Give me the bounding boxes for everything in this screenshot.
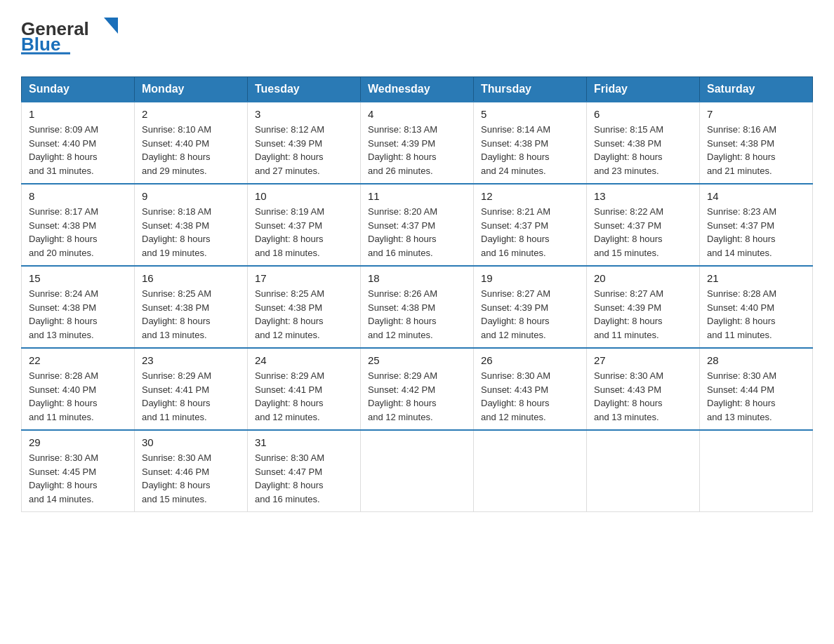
day-info: Sunrise: 8:16 AMSunset: 4:38 PMDaylight:… [707, 123, 805, 177]
day-number: 27 [594, 354, 692, 366]
day-number: 25 [368, 354, 466, 366]
calendar-week-row: 1Sunrise: 8:09 AMSunset: 4:40 PMDaylight… [22, 102, 813, 184]
day-number: 22 [29, 354, 127, 366]
table-row: 16Sunrise: 8:25 AMSunset: 4:38 PMDayligh… [135, 266, 248, 348]
header-sunday: Sunday [22, 77, 135, 102]
table-row: 26Sunrise: 8:30 AMSunset: 4:43 PMDayligh… [474, 348, 587, 430]
table-row: 13Sunrise: 8:22 AMSunset: 4:37 PMDayligh… [587, 184, 700, 266]
day-info: Sunrise: 8:25 AMSunset: 4:38 PMDaylight:… [142, 287, 240, 342]
table-row: 25Sunrise: 8:29 AMSunset: 4:42 PMDayligh… [361, 348, 474, 430]
table-row [700, 430, 813, 512]
table-row: 15Sunrise: 8:24 AMSunset: 4:38 PMDayligh… [22, 266, 135, 348]
day-info: Sunrise: 8:30 AMSunset: 4:46 PMDaylight:… [142, 451, 240, 506]
day-number: 26 [481, 354, 579, 366]
day-info: Sunrise: 8:12 AMSunset: 4:39 PMDaylight:… [255, 123, 353, 177]
day-number: 4 [368, 108, 466, 120]
day-info: Sunrise: 8:23 AMSunset: 4:37 PMDaylight:… [707, 205, 805, 260]
svg-text:Blue: Blue [21, 34, 60, 55]
day-number: 20 [594, 272, 692, 284]
day-info: Sunrise: 8:30 AMSunset: 4:47 PMDaylight:… [255, 451, 353, 506]
table-row: 24Sunrise: 8:29 AMSunset: 4:41 PMDayligh… [248, 348, 361, 430]
day-info: Sunrise: 8:13 AMSunset: 4:39 PMDaylight:… [368, 123, 466, 177]
day-number: 12 [481, 190, 579, 202]
day-info: Sunrise: 8:27 AMSunset: 4:39 PMDaylight:… [481, 287, 579, 342]
day-number: 1 [29, 108, 127, 120]
day-info: Sunrise: 8:25 AMSunset: 4:38 PMDaylight:… [255, 287, 353, 342]
day-info: Sunrise: 8:24 AMSunset: 4:38 PMDaylight:… [29, 287, 127, 342]
table-row: 22Sunrise: 8:28 AMSunset: 4:40 PMDayligh… [22, 348, 135, 430]
table-row: 10Sunrise: 8:19 AMSunset: 4:37 PMDayligh… [248, 184, 361, 266]
table-row: 17Sunrise: 8:25 AMSunset: 4:38 PMDayligh… [248, 266, 361, 348]
table-row [474, 430, 587, 512]
day-info: Sunrise: 8:19 AMSunset: 4:37 PMDaylight:… [255, 205, 353, 260]
day-number: 23 [142, 354, 240, 366]
table-row: 18Sunrise: 8:26 AMSunset: 4:38 PMDayligh… [361, 266, 474, 348]
day-number: 14 [707, 190, 805, 202]
table-row: 28Sunrise: 8:30 AMSunset: 4:44 PMDayligh… [700, 348, 813, 430]
day-info: Sunrise: 8:29 AMSunset: 4:41 PMDaylight:… [142, 369, 240, 424]
table-row: 20Sunrise: 8:27 AMSunset: 4:39 PMDayligh… [587, 266, 700, 348]
day-number: 15 [29, 272, 127, 284]
day-info: Sunrise: 8:30 AMSunset: 4:43 PMDaylight:… [481, 369, 579, 424]
header-wednesday: Wednesday [361, 77, 474, 102]
day-number: 8 [29, 190, 127, 202]
day-number: 16 [142, 272, 240, 284]
table-row: 2Sunrise: 8:10 AMSunset: 4:40 PMDaylight… [135, 102, 248, 184]
table-row: 8Sunrise: 8:17 AMSunset: 4:38 PMDaylight… [22, 184, 135, 266]
day-info: Sunrise: 8:30 AMSunset: 4:45 PMDaylight:… [29, 451, 127, 506]
day-info: Sunrise: 8:30 AMSunset: 4:44 PMDaylight:… [707, 369, 805, 424]
day-number: 3 [255, 108, 353, 120]
calendar-week-row: 8Sunrise: 8:17 AMSunset: 4:38 PMDaylight… [22, 184, 813, 266]
table-row: 31Sunrise: 8:30 AMSunset: 4:47 PMDayligh… [248, 430, 361, 512]
calendar-week-row: 15Sunrise: 8:24 AMSunset: 4:38 PMDayligh… [22, 266, 813, 348]
table-row: 30Sunrise: 8:30 AMSunset: 4:46 PMDayligh… [135, 430, 248, 512]
table-row: 1Sunrise: 8:09 AMSunset: 4:40 PMDaylight… [22, 102, 135, 184]
table-row: 19Sunrise: 8:27 AMSunset: 4:39 PMDayligh… [474, 266, 587, 348]
day-number: 31 [255, 436, 353, 448]
table-row: 23Sunrise: 8:29 AMSunset: 4:41 PMDayligh… [135, 348, 248, 430]
day-info: Sunrise: 8:26 AMSunset: 4:38 PMDaylight:… [368, 287, 466, 342]
table-row: 9Sunrise: 8:18 AMSunset: 4:38 PMDaylight… [135, 184, 248, 266]
day-info: Sunrise: 8:29 AMSunset: 4:42 PMDaylight:… [368, 369, 466, 424]
day-number: 2 [142, 108, 240, 120]
day-number: 19 [481, 272, 579, 284]
table-row: 3Sunrise: 8:12 AMSunset: 4:39 PMDaylight… [248, 102, 361, 184]
day-info: Sunrise: 8:18 AMSunset: 4:38 PMDaylight:… [142, 205, 240, 260]
table-row: 12Sunrise: 8:21 AMSunset: 4:37 PMDayligh… [474, 184, 587, 266]
day-info: Sunrise: 8:15 AMSunset: 4:38 PMDaylight:… [594, 123, 692, 177]
day-number: 10 [255, 190, 353, 202]
table-row: 7Sunrise: 8:16 AMSunset: 4:38 PMDaylight… [700, 102, 813, 184]
table-row: 21Sunrise: 8:28 AMSunset: 4:40 PMDayligh… [700, 266, 813, 348]
calendar-table: Sunday Monday Tuesday Wednesday Thursday… [21, 76, 813, 512]
day-number: 30 [142, 436, 240, 448]
day-info: Sunrise: 8:17 AMSunset: 4:38 PMDaylight:… [29, 205, 127, 260]
day-number: 21 [707, 272, 805, 284]
table-row: 14Sunrise: 8:23 AMSunset: 4:37 PMDayligh… [700, 184, 813, 266]
day-info: Sunrise: 8:22 AMSunset: 4:37 PMDaylight:… [594, 205, 692, 260]
calendar-week-row: 29Sunrise: 8:30 AMSunset: 4:45 PMDayligh… [22, 430, 813, 512]
table-row: 5Sunrise: 8:14 AMSunset: 4:38 PMDaylight… [474, 102, 587, 184]
logo-area: General Blue [21, 14, 133, 62]
header-monday: Monday [135, 77, 248, 102]
table-row [587, 430, 700, 512]
table-row: 27Sunrise: 8:30 AMSunset: 4:43 PMDayligh… [587, 348, 700, 430]
logo-svg: General Blue [21, 14, 133, 56]
header-thursday: Thursday [474, 77, 587, 102]
day-info: Sunrise: 8:20 AMSunset: 4:37 PMDaylight:… [368, 205, 466, 260]
header-friday: Friday [587, 77, 700, 102]
table-row: 29Sunrise: 8:30 AMSunset: 4:45 PMDayligh… [22, 430, 135, 512]
day-info: Sunrise: 8:10 AMSunset: 4:40 PMDaylight:… [142, 123, 240, 177]
day-number: 7 [707, 108, 805, 120]
day-info: Sunrise: 8:28 AMSunset: 4:40 PMDaylight:… [707, 287, 805, 342]
page-header: General Blue [21, 14, 813, 62]
day-info: Sunrise: 8:29 AMSunset: 4:41 PMDaylight:… [255, 369, 353, 424]
table-row [361, 430, 474, 512]
svg-marker-1 [104, 18, 118, 34]
table-row: 6Sunrise: 8:15 AMSunset: 4:38 PMDaylight… [587, 102, 700, 184]
header-saturday: Saturday [700, 77, 813, 102]
day-number: 13 [594, 190, 692, 202]
table-row: 11Sunrise: 8:20 AMSunset: 4:37 PMDayligh… [361, 184, 474, 266]
day-info: Sunrise: 8:09 AMSunset: 4:40 PMDaylight:… [29, 123, 127, 177]
day-number: 9 [142, 190, 240, 202]
day-number: 6 [594, 108, 692, 120]
